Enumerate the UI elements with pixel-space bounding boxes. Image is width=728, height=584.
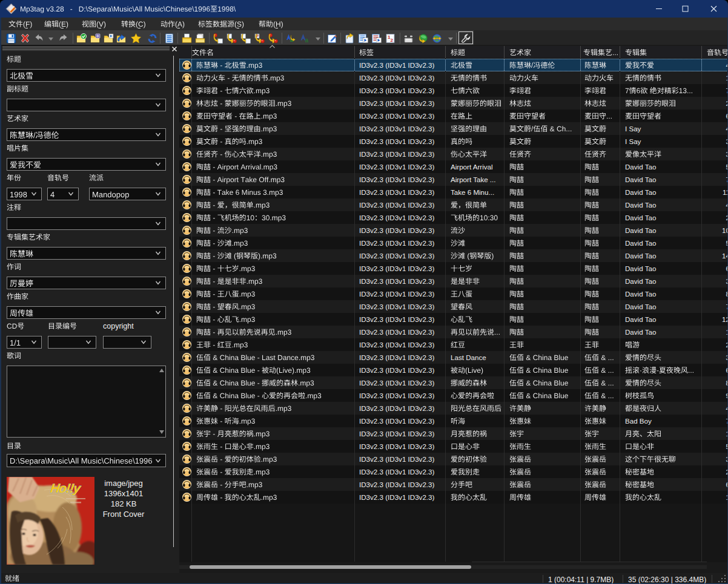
svg-text:Ho!!y: Ho!!y <box>50 481 82 495</box>
svg-text:2: 2 <box>391 38 394 43</box>
svg-text:a: a <box>305 37 309 44</box>
